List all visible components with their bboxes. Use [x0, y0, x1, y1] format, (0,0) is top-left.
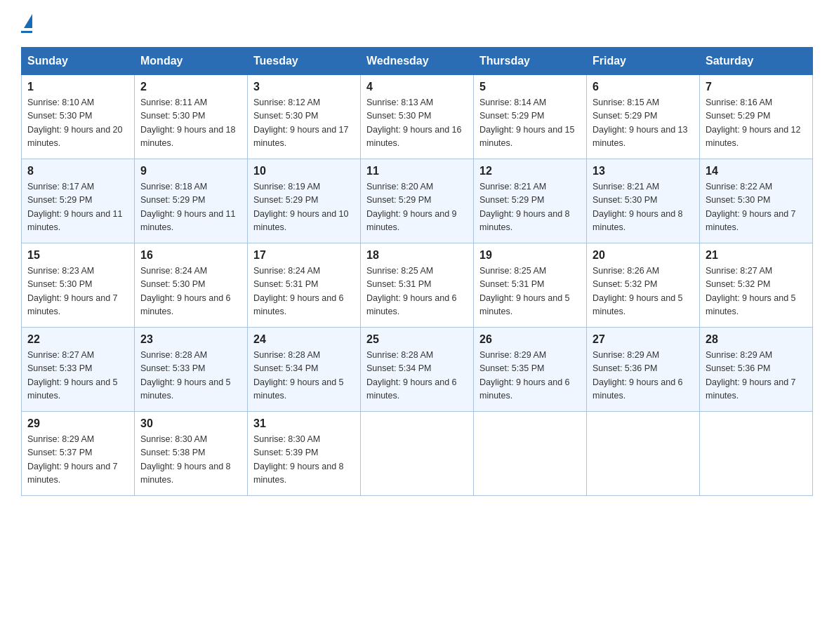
calendar-cell: 22 Sunrise: 8:27 AMSunset: 5:33 PMDaylig… [22, 328, 135, 412]
day-info: Sunrise: 8:29 AMSunset: 5:35 PMDaylight:… [479, 349, 581, 403]
day-info: Sunrise: 8:29 AMSunset: 5:36 PMDaylight:… [706, 349, 807, 403]
page-header [21, 14, 813, 33]
week-row-1: 1 Sunrise: 8:10 AMSunset: 5:30 PMDayligh… [22, 75, 813, 159]
weekday-header-thursday: Thursday [474, 48, 587, 75]
day-info: Sunrise: 8:18 AMSunset: 5:29 PMDaylight:… [140, 180, 241, 235]
weekday-header-wednesday: Wednesday [361, 48, 474, 75]
day-number: 3 [253, 81, 355, 93]
day-info: Sunrise: 8:17 AMSunset: 5:29 PMDaylight:… [27, 180, 128, 235]
day-info: Sunrise: 8:25 AMSunset: 5:31 PMDaylight:… [479, 264, 581, 319]
calendar-cell: 13 Sunrise: 8:21 AMSunset: 5:30 PMDaylig… [587, 159, 700, 243]
day-info: Sunrise: 8:26 AMSunset: 5:32 PMDaylight:… [593, 264, 694, 319]
day-number: 26 [479, 333, 581, 346]
calendar-cell [361, 412, 474, 496]
day-number: 15 [27, 249, 128, 262]
calendar-cell: 31 Sunrise: 8:30 AMSunset: 5:39 PMDaylig… [248, 412, 361, 496]
calendar-cell: 4 Sunrise: 8:13 AMSunset: 5:30 PMDayligh… [361, 75, 474, 159]
calendar-cell: 27 Sunrise: 8:29 AMSunset: 5:36 PMDaylig… [587, 328, 700, 412]
day-number: 19 [479, 249, 581, 262]
weekday-header-friday: Friday [587, 48, 700, 75]
calendar-cell [700, 412, 813, 496]
day-number: 7 [706, 81, 807, 93]
day-number: 24 [253, 333, 355, 346]
day-info: Sunrise: 8:29 AMSunset: 5:36 PMDaylight:… [593, 349, 694, 403]
calendar-table: SundayMondayTuesdayWednesdayThursdayFrid… [21, 47, 813, 496]
week-row-3: 15 Sunrise: 8:23 AMSunset: 5:30 PMDaylig… [22, 243, 813, 328]
logo-underline [21, 31, 32, 33]
calendar-cell: 11 Sunrise: 8:20 AMSunset: 5:29 PMDaylig… [361, 159, 474, 243]
day-number: 25 [366, 333, 468, 346]
day-info: Sunrise: 8:25 AMSunset: 5:31 PMDaylight:… [366, 264, 468, 319]
day-number: 27 [593, 333, 694, 346]
calendar-cell [474, 412, 587, 496]
day-info: Sunrise: 8:16 AMSunset: 5:29 PMDaylight:… [706, 96, 807, 151]
day-info: Sunrise: 8:21 AMSunset: 5:30 PMDaylight:… [593, 180, 694, 235]
calendar-cell: 20 Sunrise: 8:26 AMSunset: 5:32 PMDaylig… [587, 243, 700, 328]
week-row-2: 8 Sunrise: 8:17 AMSunset: 5:29 PMDayligh… [22, 159, 813, 243]
day-number: 16 [140, 249, 241, 262]
day-info: Sunrise: 8:24 AMSunset: 5:30 PMDaylight:… [140, 264, 241, 319]
day-number: 22 [27, 333, 128, 346]
calendar-cell: 2 Sunrise: 8:11 AMSunset: 5:30 PMDayligh… [135, 75, 248, 159]
calendar-cell: 6 Sunrise: 8:15 AMSunset: 5:29 PMDayligh… [587, 75, 700, 159]
day-info: Sunrise: 8:27 AMSunset: 5:32 PMDaylight:… [706, 264, 807, 319]
calendar-cell: 17 Sunrise: 8:24 AMSunset: 5:31 PMDaylig… [248, 243, 361, 328]
day-info: Sunrise: 8:15 AMSunset: 5:29 PMDaylight:… [593, 96, 694, 151]
weekday-header-tuesday: Tuesday [248, 48, 361, 75]
day-number: 18 [366, 249, 468, 262]
calendar-cell: 12 Sunrise: 8:21 AMSunset: 5:29 PMDaylig… [474, 159, 587, 243]
day-info: Sunrise: 8:21 AMSunset: 5:29 PMDaylight:… [479, 180, 581, 235]
weekday-header-sunday: Sunday [22, 48, 135, 75]
calendar-cell [587, 412, 700, 496]
week-row-4: 22 Sunrise: 8:27 AMSunset: 5:33 PMDaylig… [22, 328, 813, 412]
calendar-cell: 28 Sunrise: 8:29 AMSunset: 5:36 PMDaylig… [700, 328, 813, 412]
day-info: Sunrise: 8:10 AMSunset: 5:30 PMDaylight:… [27, 96, 128, 151]
day-info: Sunrise: 8:29 AMSunset: 5:37 PMDaylight:… [27, 433, 128, 488]
calendar-cell: 1 Sunrise: 8:10 AMSunset: 5:30 PMDayligh… [22, 75, 135, 159]
day-info: Sunrise: 8:13 AMSunset: 5:30 PMDaylight:… [366, 96, 468, 151]
calendar-cell: 23 Sunrise: 8:28 AMSunset: 5:33 PMDaylig… [135, 328, 248, 412]
day-info: Sunrise: 8:12 AMSunset: 5:30 PMDaylight:… [253, 96, 355, 151]
day-number: 11 [366, 165, 468, 177]
day-number: 31 [253, 417, 355, 430]
day-number: 13 [593, 165, 694, 177]
weekday-header-monday: Monday [135, 48, 248, 75]
day-info: Sunrise: 8:14 AMSunset: 5:29 PMDaylight:… [479, 96, 581, 151]
day-number: 20 [593, 249, 694, 262]
day-info: Sunrise: 8:23 AMSunset: 5:30 PMDaylight:… [27, 264, 128, 319]
calendar-cell: 9 Sunrise: 8:18 AMSunset: 5:29 PMDayligh… [135, 159, 248, 243]
day-info: Sunrise: 8:20 AMSunset: 5:29 PMDaylight:… [366, 180, 468, 235]
day-info: Sunrise: 8:28 AMSunset: 5:34 PMDaylight:… [366, 349, 468, 403]
day-info: Sunrise: 8:11 AMSunset: 5:30 PMDaylight:… [140, 96, 241, 151]
day-info: Sunrise: 8:28 AMSunset: 5:34 PMDaylight:… [253, 349, 355, 403]
day-info: Sunrise: 8:30 AMSunset: 5:38 PMDaylight:… [140, 433, 241, 488]
calendar-cell: 24 Sunrise: 8:28 AMSunset: 5:34 PMDaylig… [248, 328, 361, 412]
day-info: Sunrise: 8:27 AMSunset: 5:33 PMDaylight:… [27, 349, 128, 403]
calendar-cell: 16 Sunrise: 8:24 AMSunset: 5:30 PMDaylig… [135, 243, 248, 328]
day-number: 6 [593, 81, 694, 93]
calendar-cell: 14 Sunrise: 8:22 AMSunset: 5:30 PMDaylig… [700, 159, 813, 243]
day-number: 2 [140, 81, 241, 93]
day-number: 30 [140, 417, 241, 430]
calendar-cell: 19 Sunrise: 8:25 AMSunset: 5:31 PMDaylig… [474, 243, 587, 328]
day-info: Sunrise: 8:30 AMSunset: 5:39 PMDaylight:… [253, 433, 355, 488]
weekday-header-row: SundayMondayTuesdayWednesdayThursdayFrid… [22, 48, 813, 75]
calendar-cell: 21 Sunrise: 8:27 AMSunset: 5:32 PMDaylig… [700, 243, 813, 328]
calendar-cell: 7 Sunrise: 8:16 AMSunset: 5:29 PMDayligh… [700, 75, 813, 159]
calendar-cell: 26 Sunrise: 8:29 AMSunset: 5:35 PMDaylig… [474, 328, 587, 412]
day-number: 17 [253, 249, 355, 262]
day-number: 12 [479, 165, 581, 177]
calendar-cell: 15 Sunrise: 8:23 AMSunset: 5:30 PMDaylig… [22, 243, 135, 328]
day-info: Sunrise: 8:19 AMSunset: 5:29 PMDaylight:… [253, 180, 355, 235]
day-number: 9 [140, 165, 241, 177]
calendar-cell: 10 Sunrise: 8:19 AMSunset: 5:29 PMDaylig… [248, 159, 361, 243]
day-info: Sunrise: 8:22 AMSunset: 5:30 PMDaylight:… [706, 180, 807, 235]
calendar-cell: 3 Sunrise: 8:12 AMSunset: 5:30 PMDayligh… [248, 75, 361, 159]
day-info: Sunrise: 8:28 AMSunset: 5:33 PMDaylight:… [140, 349, 241, 403]
day-info: Sunrise: 8:24 AMSunset: 5:31 PMDaylight:… [253, 264, 355, 319]
day-number: 4 [366, 81, 468, 93]
day-number: 21 [706, 249, 807, 262]
calendar-cell: 29 Sunrise: 8:29 AMSunset: 5:37 PMDaylig… [22, 412, 135, 496]
weekday-header-saturday: Saturday [700, 48, 813, 75]
week-row-5: 29 Sunrise: 8:29 AMSunset: 5:37 PMDaylig… [22, 412, 813, 496]
